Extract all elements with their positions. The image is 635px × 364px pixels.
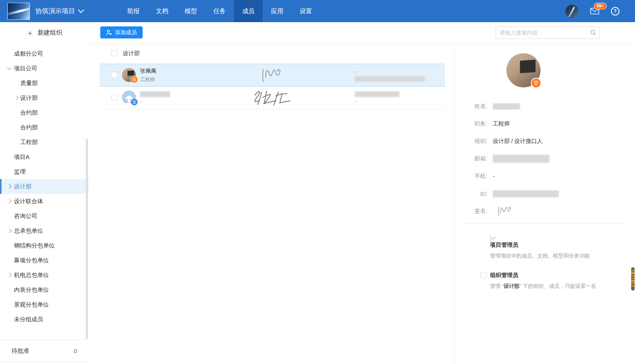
role-checkbox bbox=[490, 234, 491, 242]
tab-模型[interactable]: 模型 bbox=[176, 0, 205, 22]
tree-item-label: 咨询公司 bbox=[14, 212, 37, 219]
tab-应用[interactable]: 应用 bbox=[263, 0, 291, 22]
chevron-right-icon[interactable] bbox=[7, 273, 11, 277]
detail-signature bbox=[493, 206, 516, 217]
member-avatar: 管 bbox=[122, 68, 136, 82]
chevron-right-icon[interactable] bbox=[7, 184, 11, 188]
chevron-down-icon[interactable] bbox=[7, 65, 11, 70]
member-checkbox[interactable] bbox=[111, 72, 117, 78]
tree-item-咨询公司[interactable]: 咨询公司 bbox=[0, 209, 89, 223]
chevron-right-icon[interactable] bbox=[7, 199, 11, 203]
project-switcher[interactable]: 协筑演示项目 bbox=[35, 7, 83, 16]
detail-divider bbox=[464, 223, 625, 224]
header-right: 99+ ? bbox=[565, 0, 619, 22]
tree-item-label: 成都分公司 bbox=[14, 50, 43, 57]
tree-item-label: 景观分包单位 bbox=[14, 301, 49, 308]
tree-item-内装分包单位[interactable]: 内装分包单位 bbox=[0, 282, 89, 297]
redacted-value bbox=[493, 190, 559, 197]
group-header-row: 设计部 bbox=[99, 46, 454, 60]
project-title: 协筑演示项目 bbox=[35, 7, 75, 16]
signature-scribble bbox=[261, 68, 281, 83]
top-nav: 简报文档模型任务成员应用设置 bbox=[119, 0, 320, 22]
detail-avatar[interactable]: 管 bbox=[506, 53, 541, 87]
messages-button[interactable]: 99+ bbox=[590, 8, 599, 14]
tree-item-label: 项目公司 bbox=[14, 65, 37, 71]
tree-item-label: 幕墙分包单位 bbox=[14, 257, 49, 263]
detail-field: 职务:工程师 bbox=[455, 115, 627, 132]
tree-item-合约部[interactable]: 合约部 bbox=[0, 105, 89, 120]
admin-badge: 管 bbox=[131, 76, 138, 83]
tree-item-项目A[interactable]: 项目A bbox=[0, 150, 89, 164]
redacted-value bbox=[493, 155, 550, 163]
detail-field: ID: bbox=[455, 185, 627, 202]
field-label: 邮箱: bbox=[455, 155, 487, 162]
chevron-right-icon[interactable] bbox=[14, 96, 18, 100]
page-scrollbar-thumb[interactable] bbox=[631, 267, 635, 291]
tree-item-未分组成员[interactable]: 未分组成员 bbox=[0, 312, 89, 327]
tree-item-合约部[interactable]: 合约部 bbox=[0, 120, 89, 135]
tree-item-工程部[interactable]: 工程部 bbox=[0, 135, 89, 150]
tree-item-景观分包单位[interactable]: 景观分包单位 bbox=[0, 297, 89, 312]
tree-item-监理[interactable]: 监理 bbox=[0, 164, 89, 179]
tree-item-质量部[interactable]: 质量部 bbox=[0, 76, 89, 91]
member-checkbox[interactable] bbox=[111, 94, 117, 101]
tab-任务[interactable]: 任务 bbox=[205, 0, 234, 22]
role-checkbox[interactable] bbox=[480, 272, 487, 278]
detail-fields: 姓名:职务:工程师组织:设计部 / 设计接口人邮箱:手机:-ID:签名: bbox=[455, 98, 627, 220]
detail-field: 签名: bbox=[455, 202, 627, 220]
add-member-button[interactable]: 添加成员 bbox=[100, 26, 143, 38]
role-settings: 项目管理员管理项目中的成员、文档、模型和任务功能组织管理员管理 “设计部” 下的… bbox=[480, 234, 623, 302]
member-rows: 管张佩佩工程师-管-- bbox=[99, 64, 454, 109]
help-icon[interactable]: ? bbox=[611, 7, 619, 16]
tree-item-label: 合约部 bbox=[20, 124, 38, 131]
tree-item-幕墙分包单位[interactable]: 幕墙分包单位 bbox=[0, 253, 89, 268]
tree-item-设计部[interactable]: 设计部 bbox=[0, 179, 89, 194]
member-name: 张佩佩 bbox=[140, 68, 156, 75]
field-label: 职务: bbox=[455, 120, 487, 127]
tab-设置[interactable]: 设置 bbox=[291, 0, 320, 22]
new-org-label: 新建组织 bbox=[38, 29, 63, 37]
tree-item-项目公司[interactable]: 项目公司 bbox=[0, 61, 89, 76]
member-avatar: 管 bbox=[122, 91, 136, 104]
project-logo[interactable] bbox=[7, 3, 30, 20]
member-row[interactable]: 管-- bbox=[99, 87, 445, 109]
sidebar-scrollbar-thumb[interactable] bbox=[86, 139, 88, 339]
search-icon[interactable] bbox=[590, 30, 596, 36]
tree-item-label: 监理 bbox=[14, 168, 26, 175]
field-label: 姓名: bbox=[455, 103, 487, 110]
tree-item-机电总包单位[interactable]: 机电总包单位 bbox=[0, 268, 89, 282]
admin-badge: 管 bbox=[531, 78, 541, 88]
member-name-block: - bbox=[140, 87, 170, 109]
member-detail-panel: 管 姓名:职务:工程师组织:设计部 / 设计接口人邮箱:手机:-ID:签名: 项… bbox=[454, 44, 635, 364]
tab-文档[interactable]: 文档 bbox=[148, 0, 176, 22]
org-tree: 成都分公司项目公司质量部设计部合约部合约部工程部项目A监理设计部设计联合体咨询公… bbox=[0, 46, 89, 327]
member-row[interactable]: 管张佩佩工程师- bbox=[99, 64, 445, 87]
tab-成员[interactable]: 成员 bbox=[234, 0, 263, 22]
tree-item-钢结构分包单位[interactable]: 钢结构分包单位 bbox=[0, 238, 89, 253]
tree-item-label: 钢结构分包单位 bbox=[14, 242, 55, 249]
chevron-right-icon[interactable] bbox=[7, 228, 11, 233]
tree-item-成都分公司[interactable]: 成都分公司 bbox=[0, 46, 89, 61]
redacted-text bbox=[355, 91, 399, 97]
pending-count: 0 bbox=[74, 348, 77, 354]
tree-item-总承包单位[interactable]: 总承包单位 bbox=[0, 223, 89, 238]
tree-item-设计联合体[interactable]: 设计联合体 bbox=[0, 194, 89, 209]
user-avatar[interactable] bbox=[565, 5, 579, 18]
tree-item-label: 机电总包单位 bbox=[14, 272, 49, 278]
field-label: 签名: bbox=[455, 207, 487, 215]
redacted-value bbox=[493, 103, 520, 110]
org-sidebar: ＋ 新建组织 成都分公司项目公司质量部设计部合约部合约部工程部项目A监理设计部设… bbox=[0, 22, 89, 364]
pending-approval-item[interactable]: 待批准 0 bbox=[0, 340, 89, 362]
new-org-button[interactable]: ＋ 新建组织 bbox=[0, 25, 89, 40]
tree-item-设计部[interactable]: 设计部 bbox=[0, 91, 89, 105]
field-label: 组织: bbox=[455, 138, 487, 145]
search-input[interactable] bbox=[496, 30, 590, 36]
tab-简报[interactable]: 简报 bbox=[119, 0, 148, 22]
contact-text: - bbox=[355, 69, 425, 75]
role-项目管理员: 项目管理员管理项目中的成员、文档、模型和任务功能 bbox=[480, 234, 623, 259]
group-checkbox[interactable] bbox=[111, 50, 117, 56]
tree-item-label: 内装分包单位 bbox=[14, 286, 49, 293]
redacted-name bbox=[140, 91, 170, 97]
role-组织管理员: 组织管理员管理 “设计部” 下的组织、成员，只能设置一名 bbox=[480, 272, 623, 289]
detail-field: 邮箱: bbox=[455, 150, 627, 167]
